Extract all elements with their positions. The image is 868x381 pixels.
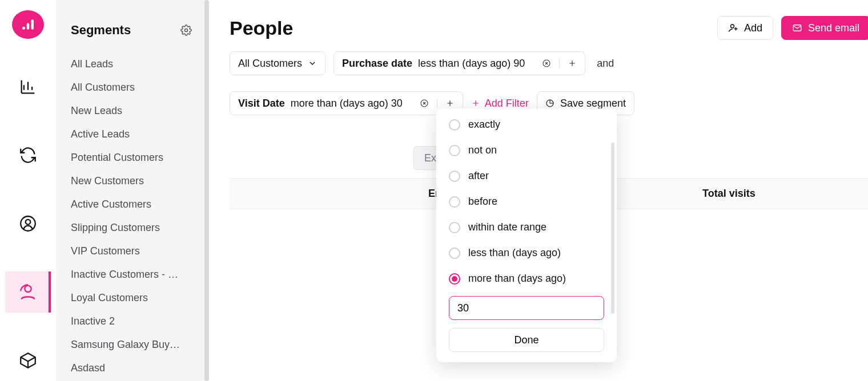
th-total-visits: Total visits [691,179,805,209]
page-title: People [230,17,293,39]
gear-icon [180,25,192,36]
add-button[interactable]: Add [717,16,773,40]
segment-item[interactable]: Samsung Galaxy Buy… [56,333,206,356]
nav-rail [0,0,56,381]
segment-item[interactable]: Active Customers [56,193,206,216]
add-condition-button[interactable] [559,59,585,68]
pie-chart-icon [545,99,554,108]
rail-sync[interactable] [5,135,51,176]
segment-item[interactable]: Active Leads [56,123,206,146]
send-email-button[interactable]: Send email [781,16,868,40]
segment-item[interactable]: Loyal Customers [56,286,206,310]
radio-icon [449,222,460,233]
app-logo [12,10,44,39]
operator-option[interactable]: not on [436,137,617,163]
rail-reports[interactable] [5,66,51,107]
add-filter-button[interactable]: Add Filter [471,98,529,110]
sidebar-title: Segments [71,23,131,38]
svg-point-7 [730,25,734,28]
segment-item[interactable]: Inactive 2 [56,310,206,333]
plus-icon [471,99,480,108]
segments-settings-button[interactable] [180,25,192,36]
svg-point-6 [185,29,188,32]
chevron-down-icon [308,59,317,68]
segment-item[interactable]: Slipping Customers [56,216,206,240]
segments-sidebar: Segments All LeadsAll CustomersNew Leads… [56,0,206,381]
segment-item[interactable]: All Customers [56,76,206,99]
radio-icon [449,119,460,131]
svg-point-4 [26,220,31,225]
radio-icon [449,196,460,208]
radio-icon [449,273,460,285]
segment-selector[interactable]: All Customers [230,51,326,75]
segment-item[interactable]: VIP Customers [56,240,206,263]
segment-item[interactable]: New Leads [56,99,206,123]
segment-item[interactable]: Potential Customers [56,146,206,169]
rail-products[interactable] [5,340,51,381]
filter-chip-visit-date[interactable]: Visit Date more than (days ago) 30 [230,91,463,115]
svg-point-5 [25,286,31,292]
remove-filter-icon[interactable] [542,59,551,68]
segments-list: All LeadsAll CustomersNew LeadsActive Le… [56,49,206,380]
person-icon [18,282,38,302]
operator-option[interactable]: after [436,163,617,189]
svg-point-0 [22,27,25,30]
segment-item[interactable]: Asdasd [56,356,206,380]
date-operator-popover: exactlynot onafterbeforewithin date rang… [436,108,617,362]
operator-option[interactable]: exactly [436,112,617,137]
add-condition-button[interactable] [437,99,463,108]
operator-option[interactable]: less than (days ago) [436,240,617,266]
svg-rect-1 [27,23,30,30]
radio-icon [449,171,460,182]
segment-item[interactable]: All Leads [56,52,206,76]
main-panel: People Add Send email All Customers [206,0,868,381]
filter-and-label: and [593,58,617,70]
svg-point-3 [21,216,35,231]
svg-rect-2 [31,19,34,30]
filter-bar: All Customers Purchase date less than (d… [230,51,868,115]
operator-value-input[interactable] [449,296,604,320]
rail-people[interactable] [5,271,51,313]
target-user-icon [18,214,38,233]
plus-icon [445,99,455,108]
radio-icon [449,145,460,156]
user-add-icon [728,23,738,33]
done-button[interactable]: Done [449,328,604,352]
operator-option[interactable]: more than (days ago) [436,266,617,291]
radio-icon [449,248,460,259]
th-email: Email [230,179,440,209]
remove-filter-icon[interactable] [420,99,429,108]
filter-chip-purchase-date[interactable]: Purchase date less than (days ago) 90 [333,51,585,75]
box-icon [18,351,38,370]
plus-icon [568,59,577,68]
mail-icon [792,23,802,33]
rail-customers[interactable] [5,203,51,244]
operator-option[interactable]: before [436,189,617,214]
segment-item[interactable]: Inactive Customers - … [56,263,206,286]
segment-item[interactable]: New Customers [56,169,206,193]
operator-option[interactable]: within date range [436,214,617,240]
refresh-icon [18,145,38,165]
bar-chart-icon [18,77,38,96]
